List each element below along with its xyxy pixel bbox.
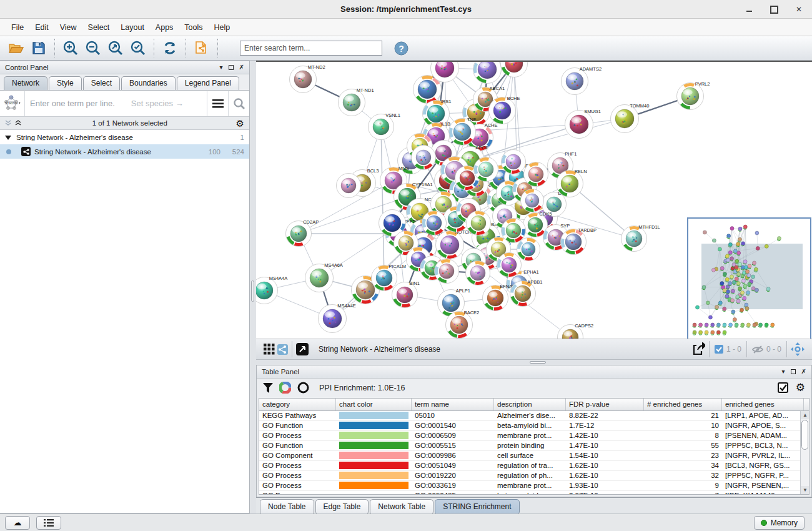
network-node[interactable]	[466, 261, 490, 285]
menu-view[interactable]: View	[55, 21, 82, 34]
network-node[interactable]	[521, 189, 544, 212]
horizontal-splitter[interactable]	[256, 360, 812, 365]
splitter-grip[interactable]	[251, 280, 254, 302]
network-node[interactable]	[474, 157, 498, 182]
network-node-tnf[interactable]: TNF	[449, 117, 477, 146]
network-node[interactable]	[412, 146, 436, 170]
tab-boundaries[interactable]: Boundaries	[121, 76, 176, 90]
zoom-out-icon[interactable]	[83, 38, 103, 58]
panel-close-icon[interactable]: ✗	[801, 369, 806, 375]
column-header-term-name[interactable]: term name	[412, 399, 494, 410]
string-app-icon[interactable]: STRING	[0, 91, 25, 116]
menu-help[interactable]: Help	[209, 21, 235, 34]
open-session-icon[interactable]	[6, 38, 26, 58]
network-node[interactable]	[422, 211, 447, 236]
network-node-vsnl1[interactable]: VSNL1	[369, 112, 400, 140]
network-node-ms4a4e[interactable]: MS4A4E	[319, 303, 356, 333]
network-node-ms4a6a[interactable]: MS4A6A	[305, 262, 343, 292]
minimize-button[interactable]	[745, 5, 753, 14]
network-node[interactable]	[435, 259, 459, 284]
column-header-category[interactable]: category	[259, 399, 336, 410]
tab-network-table[interactable]: Network Table	[370, 499, 433, 515]
table-row[interactable]: GO FunctionGO:0005515protein binding1.47…	[259, 441, 809, 451]
tab-node-table[interactable]: Node Table	[260, 499, 314, 515]
network-node-mt-nd1[interactable]: MT-ND1	[339, 87, 374, 116]
scroll-up-arrow[interactable]: ▲	[801, 411, 810, 419]
filter-icon[interactable]	[263, 383, 273, 393]
panel-close-icon[interactable]: ✗	[239, 64, 244, 71]
string-options-icon[interactable]	[207, 91, 228, 116]
table-row[interactable]: GO ProcessGO:0019220regulation of ph...1…	[259, 471, 809, 481]
network-node-cd2ap[interactable]: CD2AP	[286, 219, 319, 247]
menu-tools[interactable]: Tools	[179, 21, 207, 34]
network-node[interactable]	[467, 211, 491, 236]
table-row[interactable]: GO ProcessGO:0033619membrane prot...1.93…	[259, 481, 809, 491]
network-node-cadps2[interactable]: CADPS2	[558, 323, 594, 339]
search-input[interactable]	[240, 41, 382, 56]
column-header-FDR-p-value[interactable]: FDR p-value	[566, 399, 644, 410]
menu-edit[interactable]: Edit	[30, 21, 54, 34]
collapse-expand-icons[interactable]	[5, 119, 24, 127]
panel-menu-icon[interactable]: ▾	[782, 369, 785, 375]
network-node-adamts2[interactable]: ADAMTS2	[562, 66, 602, 95]
network-node-apbb1[interactable]: APBB1	[510, 279, 543, 307]
zoom-fit-icon[interactable]	[106, 38, 126, 58]
network-node-tardbp[interactable]: TARDBP	[561, 227, 597, 255]
network-node[interactable]	[502, 150, 526, 174]
network-view[interactable]: MT-ND2MT-ND1VSNL1GAB2ADAMTS2SMUG1TOMM40P…	[256, 61, 812, 339]
string-query-input[interactable]: Enter one term per line. Set species →	[25, 99, 207, 108]
column-header-chart-color[interactable]: chart color	[336, 399, 412, 410]
export-view-icon[interactable]	[691, 342, 705, 356]
select-terms-checkbox-icon[interactable]	[778, 382, 788, 393]
string-search-icon[interactable]	[228, 91, 249, 116]
menu-file[interactable]: File	[6, 21, 29, 34]
column-header-enriched-genes[interactable]: # enriched genes	[644, 399, 722, 410]
task-history-button[interactable]	[36, 516, 61, 530]
tab-legend-panel[interactable]: Legend Panel	[177, 76, 239, 90]
cloud-tasks-button[interactable]: ☁	[5, 516, 30, 530]
enrichment-settings-gear-icon[interactable]: ⚙	[796, 382, 805, 393]
network-node-ms4a4a[interactable]: MS4A4A	[256, 275, 287, 304]
column-header-description[interactable]: description	[494, 399, 566, 410]
tab-string-enrichment[interactable]: STRING Enrichment	[435, 499, 519, 515]
table-scrollbar[interactable]: ▲ ▼	[800, 411, 809, 494]
network-node-smug1[interactable]: SMUG1	[565, 109, 601, 139]
panel-float-icon[interactable]	[229, 65, 234, 70]
network-node[interactable]	[524, 162, 548, 187]
table-row[interactable]: GO ProcessGO:0006509membrane prot...1.42…	[259, 431, 809, 441]
donut-chart-icon[interactable]	[279, 382, 291, 394]
scroll-down-arrow[interactable]: ▼	[801, 486, 810, 494]
tab-edge-table[interactable]: Edge Table	[315, 499, 369, 515]
network-node[interactable]	[517, 238, 540, 261]
pan-navigate-icon[interactable]	[791, 342, 805, 356]
panel-float-icon[interactable]	[791, 369, 796, 374]
network-node[interactable]	[473, 62, 502, 84]
network-node-mt-nd2[interactable]: MT-ND2	[290, 64, 325, 93]
birds-eye-view[interactable]	[687, 217, 811, 339]
import-network-icon[interactable]	[192, 38, 212, 58]
network-row[interactable]: String Network - Alzheimer's disease 100…	[0, 144, 249, 159]
maximize-button[interactable]	[770, 5, 778, 14]
close-button[interactable]: ✕	[795, 5, 803, 14]
memory-button[interactable]: Memory	[754, 516, 805, 530]
menu-select[interactable]: Select	[83, 21, 115, 34]
splitter-grip[interactable]	[530, 361, 546, 364]
tab-select[interactable]: Select	[83, 76, 120, 90]
network-collection-row[interactable]: String Network - Alzheimer's disease 1	[0, 130, 249, 144]
network-node[interactable]	[497, 253, 522, 277]
tab-network[interactable]: Network	[4, 76, 47, 90]
table-row[interactable]: GO FunctionGO:0001540beta-amyloid bi...1…	[259, 421, 809, 431]
ring-chart-icon[interactable]	[297, 382, 309, 394]
menu-apps[interactable]: Apps	[151, 21, 179, 34]
zoom-selected-icon[interactable]	[128, 38, 148, 58]
help-icon[interactable]: ?	[391, 38, 411, 58]
share-network-icon[interactable]	[277, 344, 288, 355]
refresh-icon[interactable]	[160, 38, 180, 58]
scroll-thumb[interactable]	[801, 420, 808, 450]
network-panel-gear-icon[interactable]: ⚙	[236, 119, 244, 128]
menu-layout[interactable]: Layout	[116, 21, 149, 34]
vertical-splitter[interactable]	[250, 61, 256, 514]
network-node[interactable]	[337, 174, 361, 198]
table-row[interactable]: GO ProcessGO:0050435beta-amyloid m...2.0…	[259, 491, 809, 495]
detach-view-icon[interactable]	[296, 343, 309, 355]
